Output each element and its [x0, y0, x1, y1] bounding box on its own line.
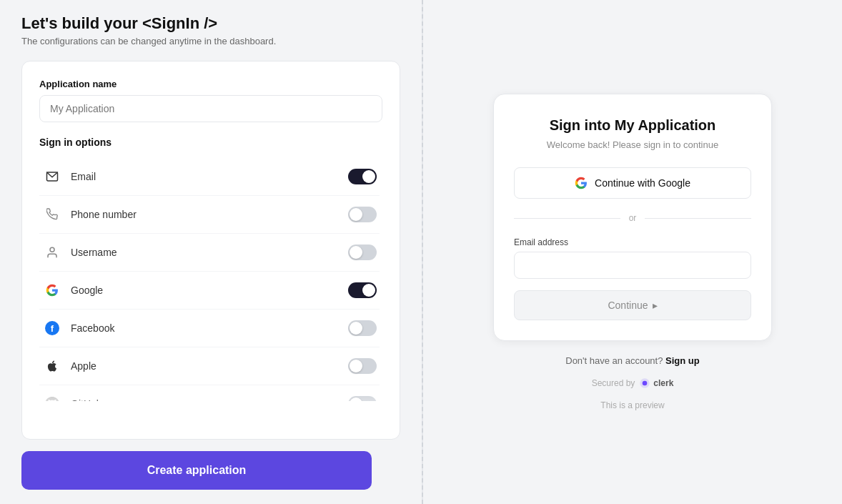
signin-options-section: Email Phone number [39, 158, 382, 422]
apple-icon [42, 356, 62, 376]
svg-point-3 [643, 381, 648, 386]
option-row-github: GitHub [39, 385, 380, 401]
page-subtitle: The configurations can be changed anytim… [21, 36, 400, 46]
toggle-username[interactable] [348, 244, 377, 260]
option-label-github: GitHub [71, 398, 348, 401]
clerk-logo: clerk [639, 377, 673, 389]
divider-line-left [514, 218, 620, 219]
toggle-github[interactable] [348, 396, 377, 401]
page-title: Let's build your <SignIn /> [21, 14, 400, 33]
preview-card: Sign into My Application Welcome back! P… [493, 94, 772, 341]
toggle-facebook[interactable] [348, 320, 377, 336]
app-name-input[interactable] [39, 95, 382, 122]
app-name-label: Application name [39, 79, 382, 89]
signin-options-label: Sign in options [39, 137, 382, 148]
github-icon [42, 394, 62, 401]
option-row-username: Username [39, 234, 380, 272]
option-row-facebook: f Facebook [39, 310, 380, 347]
preview-label: This is a preview [600, 400, 664, 410]
google-icon [42, 280, 62, 300]
divider-line-right [645, 218, 751, 219]
google-button-label: Continue with Google [595, 177, 690, 189]
signup-link[interactable]: Sign up [665, 355, 700, 366]
right-panel: Sign into My Application Welcome back! P… [423, 0, 842, 504]
or-divider: or [514, 213, 751, 223]
email-address-label: Email address [514, 237, 751, 247]
phone-icon [42, 204, 62, 224]
option-row-phone: Phone number [39, 196, 380, 234]
option-label-facebook: Facebook [71, 322, 348, 334]
option-label-username: Username [71, 247, 348, 258]
preview-card-title: Sign into My Application [514, 117, 751, 134]
secured-by: Secured by clerk [565, 377, 700, 389]
toggle-apple[interactable] [348, 358, 377, 374]
page-header: Let's build your <SignIn /> The configur… [21, 14, 400, 46]
preview-card-subtitle: Welcome back! Please sign in to continue [514, 139, 751, 150]
create-application-button[interactable]: Create application [21, 451, 372, 490]
svg-point-1 [50, 247, 54, 252]
username-icon [42, 242, 62, 262]
toggle-phone[interactable] [348, 207, 377, 222]
signup-text: Don't have an account? Sign up [565, 355, 700, 366]
email-icon [42, 167, 62, 187]
continue-button[interactable]: Continue ▸ [514, 290, 751, 320]
preview-footer: Don't have an account? Sign up Secured b… [565, 355, 700, 389]
facebook-icon: f [42, 318, 62, 338]
form-card: Application name Sign in options Email [21, 61, 400, 440]
option-row-email: Email [39, 158, 380, 196]
option-label-apple: Apple [71, 360, 348, 372]
option-label-google: Google [71, 285, 348, 296]
option-row-google: Google [39, 272, 380, 310]
continue-button-label: Continue [608, 300, 648, 311]
continue-arrow-icon: ▸ [653, 300, 658, 311]
secured-by-label: Secured by [592, 378, 635, 388]
google-signin-button[interactable]: Continue with Google [514, 167, 751, 199]
toggle-google[interactable] [348, 282, 377, 298]
toggle-email[interactable] [348, 169, 377, 184]
option-label-phone: Phone number [71, 209, 348, 220]
or-text: or [629, 213, 637, 223]
option-row-apple: Apple [39, 347, 380, 385]
email-address-input[interactable] [514, 252, 751, 279]
option-label-email: Email [71, 171, 348, 182]
left-panel: Let's build your <SignIn /> The configur… [0, 0, 422, 504]
options-list: Email Phone number [39, 158, 382, 401]
